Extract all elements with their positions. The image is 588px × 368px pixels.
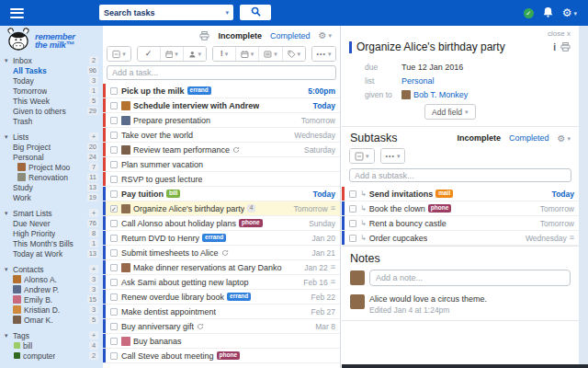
sidebar-item-emily-b-[interactable]: ▾Emily B.15	[0, 294, 103, 305]
task-checkbox[interactable]	[110, 102, 118, 109]
task-checkbox[interactable]	[110, 176, 118, 183]
sync-status-icon[interactable]: ✓	[524, 8, 534, 18]
select-button[interactable]: ▾	[107, 47, 130, 61]
task-row[interactable]: Call Alonso about holiday plansphoneSund…	[103, 216, 340, 231]
sidebar-item-today[interactable]: ▾Today3	[0, 75, 103, 86]
task-checkbox[interactable]	[110, 161, 118, 168]
task-row[interactable]: Schedule interview with AndrewToday	[103, 98, 340, 113]
task-checkbox[interactable]	[110, 235, 118, 242]
sidebar-item-work[interactable]: ▾Work19	[0, 192, 103, 202]
add-tag-button[interactable]: ▾	[282, 47, 305, 61]
task-checkbox[interactable]	[110, 352, 118, 360]
task-checkbox[interactable]	[349, 205, 356, 213]
subtask-row[interactable]: ↳Order cupcakesWednesday≡	[342, 231, 579, 246]
info-icon[interactable]: i	[553, 42, 556, 52]
sidebar-item-all-tasks[interactable]: ▾All Tasks96	[0, 65, 103, 75]
tag-badge[interactable]: errand	[202, 234, 226, 243]
add-task-box[interactable]	[107, 65, 336, 80]
task-checkbox[interactable]	[110, 146, 118, 154]
subtasks-tab-completed[interactable]: Completed	[509, 133, 549, 143]
tag-badge[interactable]: phone	[428, 204, 452, 213]
sidebar-item-trash[interactable]: ▾Trash	[0, 116, 103, 126]
collapse-caret-icon[interactable]: ▾	[5, 133, 13, 141]
task-checkbox[interactable]	[110, 190, 118, 198]
sidebar-item-this-week[interactable]: ▾This Week5	[0, 96, 103, 106]
sidebar-item-inbox[interactable]: ▾Inbox2	[0, 55, 103, 65]
task-row[interactable]: ✓Organize Alice's birthday party4Tomorro…	[103, 201, 340, 216]
tab-completed[interactable]: Completed	[270, 31, 311, 40]
priority-button[interactable]: !▾	[213, 47, 235, 61]
tag-badge[interactable]: phone	[217, 351, 241, 361]
task-checkbox[interactable]	[110, 279, 118, 286]
more-button[interactable]: •••▾	[312, 47, 335, 61]
sidebar-item-high-priority[interactable]: ▾High Priority8	[0, 228, 103, 238]
hamburger-menu-icon[interactable]	[10, 6, 24, 20]
task-checkbox[interactable]	[110, 87, 118, 95]
sidebar-item-big-project[interactable]: ▾Big Project20	[0, 142, 103, 152]
add-note-box[interactable]	[369, 270, 571, 286]
due-date-button[interactable]: ▾	[235, 47, 258, 61]
add-icon[interactable]: +	[89, 132, 98, 141]
task-checkbox[interactable]	[110, 249, 118, 257]
sidebar-item-renovation[interactable]: ▾Renovation11	[0, 172, 103, 182]
complete-button[interactable]: ✓	[138, 47, 160, 61]
search-dropdown-caret-icon[interactable]: ▾	[225, 9, 229, 17]
task-row[interactable]: Buy bananas	[103, 334, 340, 349]
tag-badge[interactable]: phone	[239, 219, 263, 228]
task-checkbox[interactable]	[349, 190, 356, 198]
scrollbar-track[interactable]	[579, 26, 588, 368]
add-icon[interactable]: +	[89, 265, 98, 273]
notifications-bell-icon[interactable]	[543, 5, 553, 21]
sidebar-item-omar-k-[interactable]: ▾Omar K.5	[0, 315, 103, 325]
sidebar-section-header[interactable]: ▾Smart Lists+	[0, 208, 103, 218]
sidebar-item-alonso-a-[interactable]: ▾Alonso A.3	[0, 274, 103, 284]
add-icon[interactable]: +	[89, 209, 98, 217]
list-field-value[interactable]: Personal	[401, 76, 435, 86]
note-item[interactable]: Alice would love a circus theme. Edited …	[342, 292, 579, 320]
sidebar-item-tomorrow[interactable]: ▾Tomorrow1	[0, 86, 103, 96]
task-row[interactable]: Call Steve about meetingphone	[103, 349, 340, 363]
print-icon[interactable]	[560, 39, 571, 55]
close-panel-button[interactable]: close x	[539, 26, 579, 38]
collapse-caret-icon[interactable]: ▾	[5, 210, 13, 217]
sidebar-item-andrew-p-[interactable]: ▾Andrew P.3	[0, 284, 103, 294]
settings-gear-icon[interactable]: ⚙▾	[562, 7, 577, 18]
add-subtask-input[interactable]	[355, 171, 566, 180]
sidebar-item-due-never[interactable]: ▾Due Never76	[0, 218, 103, 228]
sidebar-item-today-at-work[interactable]: ▾Today at Work13	[0, 248, 103, 259]
sidebar-item-this-month-s-bills[interactable]: ▾This Month's Bills1	[0, 238, 103, 248]
task-row[interactable]: Plan summer vacation	[103, 157, 340, 172]
task-checkbox[interactable]	[110, 308, 118, 316]
task-checkbox[interactable]	[110, 117, 118, 124]
tag-badge[interactable]: errand	[187, 86, 211, 96]
task-checkbox[interactable]	[110, 293, 118, 301]
task-checkbox[interactable]	[110, 264, 118, 271]
add-subtask-box[interactable]	[349, 168, 571, 182]
task-checkbox[interactable]	[110, 338, 118, 345]
tag-badge[interactable]: errand	[227, 293, 251, 302]
add-icon[interactable]: +	[89, 331, 98, 339]
task-row[interactable]: Make dinner reservations at Gary DankoJa…	[103, 260, 340, 275]
task-row[interactable]: Ask Sami about getting new laptopFeb 16≡	[103, 275, 340, 290]
subtask-row[interactable]: ↳Send invitationsmailToday	[342, 187, 579, 201]
list-settings-gear-icon[interactable]: ⚙▾	[319, 30, 332, 40]
add-field-button[interactable]: Add field▾	[424, 104, 476, 120]
task-row[interactable]: Review team performanceSaturday	[103, 143, 340, 157]
collapse-caret-icon[interactable]: ▾	[5, 332, 13, 339]
print-icon[interactable]	[199, 28, 209, 44]
collapse-caret-icon[interactable]: ▾	[5, 57, 13, 64]
tag-badge[interactable]: bill	[166, 190, 180, 199]
sidebar-item-kristian-d-[interactable]: ▾Kristian D.3	[0, 305, 103, 315]
subtask-row[interactable]: ↳Rent a bouncy castleTomorrow	[342, 216, 579, 231]
sidebar-item-personal[interactable]: ▾Personal24	[0, 152, 103, 162]
add-note-input[interactable]	[376, 273, 564, 282]
task-checkbox[interactable]	[110, 323, 118, 330]
sidebar-item-given-to-others[interactable]: ▾Given to others29	[0, 106, 103, 116]
sidebar-item-study[interactable]: ▾Study13	[0, 182, 103, 192]
task-row[interactable]: Submit timesheets to AliceJan 21	[103, 246, 340, 260]
tab-incomplete[interactable]: Incomplete	[218, 31, 262, 40]
due-field-value[interactable]: Tue 12 Jan 2016	[401, 63, 463, 72]
task-checkbox[interactable]	[349, 220, 356, 227]
tag-badge[interactable]: mail	[435, 190, 453, 199]
task-row[interactable]: Pick up the milkerrand5:00pm	[103, 84, 340, 98]
